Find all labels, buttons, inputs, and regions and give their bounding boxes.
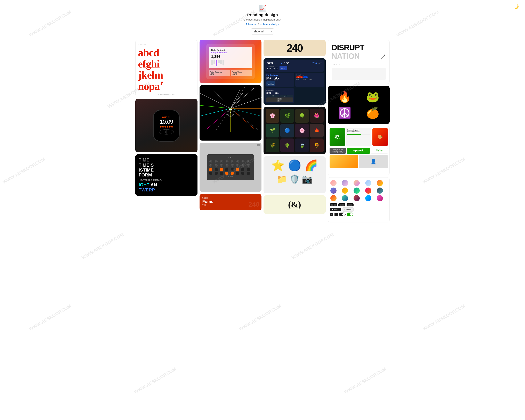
checkbox-checked[interactable]: ✓ xyxy=(330,213,333,216)
upwork-card3-icon: 🎨 xyxy=(377,134,383,140)
toggle-dark3[interactable]: ⬛ ⬛ xyxy=(347,203,354,206)
svg-line-15 xyxy=(199,105,231,108)
filter-dropdown[interactable]: show all ui/ux typography illustration m… xyxy=(251,28,274,34)
wm8: WWW.ABSKOOP.COM xyxy=(422,156,466,185)
app-icons-row: ⭐ 🔵 🌈 xyxy=(266,159,323,172)
header-links: follow us / submit a design xyxy=(0,23,525,26)
flight-temp: 22° 🌤 xyxy=(311,62,317,64)
fw-label2: Gate Open xyxy=(296,74,323,76)
svg-line-7 xyxy=(199,93,231,109)
toggle-dark2[interactable]: ⬛ ⬛ xyxy=(338,203,345,206)
flora-icon-7: 🌸 xyxy=(295,124,309,137)
flight-widget3: Gate Open EXP225 SFO Feb 11 • 8:45 → 8:4… xyxy=(295,73,324,87)
ad-badge: ad xyxy=(257,144,260,146)
card-superfomo: Super Fomo VHS 240 xyxy=(199,194,262,210)
checkbox-dark[interactable] xyxy=(335,213,338,216)
dashboard-title: Data Refined, xyxy=(211,49,250,51)
dashboard-metric: 1,296 xyxy=(211,55,250,59)
card-watch: WED 12 10:09 xyxy=(135,99,197,152)
flora-icon-4: 🌺 xyxy=(310,109,324,123)
synth-body: ● ● ● E-180 xyxy=(207,154,254,180)
wm12: WWW.ABSKOOP.COM xyxy=(238,304,282,332)
app-icons-row2: 📁 🛡️ 📷 xyxy=(266,174,323,184)
button-dark[interactable]: ● Button xyxy=(330,208,341,211)
upwork-card2: Complete yourProject Proposal xyxy=(346,128,372,146)
toggle-switch-off[interactable] xyxy=(339,213,346,216)
card-avatars: ⬛⬛ ⬛ ⬛ ⬛ ⬛ ● Button ● Button ✓ xyxy=(328,177,390,222)
submit-link[interactable]: submit a design xyxy=(260,23,279,26)
fw-route1: DXB → SFO xyxy=(266,76,293,79)
toggle-dark[interactable]: ⬛⬛ xyxy=(330,203,337,206)
filter-wrapper: show all ui/ux typography illustration m… xyxy=(251,28,274,34)
flight-main: DXB SFO 22° 🌤 SFO Tomorrow8:45 – 14:00 E… xyxy=(265,60,324,72)
synth-knobs xyxy=(209,160,252,167)
laser-svg xyxy=(199,85,262,132)
dark-mode-toggle[interactable]: 🌙 xyxy=(514,4,519,9)
upwork-card3: 🎨 xyxy=(372,128,388,146)
toggle-row1: ⬛⬛ ⬛ ⬛ ⬛ ⬛ xyxy=(330,203,388,206)
card-typography-red: 2.23.2036 abcdefghijkelmnopaʼ designsbyd… xyxy=(135,40,197,97)
typo-bw-content: TIME TIMEIS ISTIME FORM LECTURA DEMO IGH… xyxy=(139,158,162,192)
avatar-1 xyxy=(330,180,337,187)
svg-rect-27 xyxy=(280,100,280,101)
synth-pads xyxy=(209,168,252,175)
flight-widget4: Price Alert SFO → DXB 28K 6,144 → xyxy=(265,88,294,103)
flight-origin: DXB xyxy=(267,62,273,65)
flora-icon-8: 🍁 xyxy=(310,124,324,137)
toggle-switch-on[interactable] xyxy=(347,213,353,216)
svg-marker-20 xyxy=(281,63,282,64)
wm9: WWW.ABSKOOP.COM xyxy=(81,232,125,261)
avatar-7 xyxy=(341,187,348,194)
app-icon-fluid: 🔵 xyxy=(288,159,301,172)
fw-flight-num1: Your Flight xyxy=(266,81,275,86)
site-title: trending.design xyxy=(0,12,525,17)
card-upwork: FindWork Complete yourProject Proposal 🎨… xyxy=(328,126,390,175)
card-dashboard: Data Refined, Insight Defined 1,296 Tota… xyxy=(199,40,262,83)
upwork-progress-bg xyxy=(347,134,370,135)
watch-day: WED 12 xyxy=(162,116,171,119)
watch-decoration xyxy=(160,126,173,128)
avatar-15 xyxy=(376,195,383,202)
avatar-13 xyxy=(353,195,360,202)
avatar-4 xyxy=(365,180,372,187)
disrupt-word1: DISRUPT xyxy=(332,44,386,51)
flight-dest2: SFO xyxy=(319,62,322,64)
button-light[interactable]: ● Button xyxy=(342,207,354,211)
card-3d-emoji: 🔥 🐸 ☮️ 🍊 xyxy=(328,86,390,124)
flight-widget2: Fly Business DXB → SFO Tomorrow 12:45 Yo… xyxy=(265,73,294,87)
upwork-logo-dark: Post your JobToday (Friday) xyxy=(329,148,346,154)
fw-qr xyxy=(266,97,293,102)
svg-rect-26 xyxy=(278,100,279,101)
upwork-card2-title: Complete yourProject Proposal xyxy=(347,129,370,133)
card-laser xyxy=(199,85,262,141)
emoji-torch: 🔥 xyxy=(338,91,351,103)
typography-credit: designsbydiscoverer.com xyxy=(138,94,195,95)
dashboard-bars xyxy=(211,60,250,66)
disrupt-word2: NATION xyxy=(332,52,360,60)
superfomo-bg: 240 xyxy=(249,201,259,208)
upwork-illus-left xyxy=(329,155,358,168)
emoji-frog: 🐸 xyxy=(366,91,379,103)
svg-line-9 xyxy=(231,108,258,130)
wm14: WWW.ABSKOOP.COM xyxy=(133,366,177,395)
fw-details: Feb 11 • 8:45 → 8:45 xyxy=(296,79,323,81)
emoji-orange: 🍊 xyxy=(366,107,379,119)
typography-tag: 2.23.2036 xyxy=(138,43,195,46)
app-icon-shield: 🛡️ xyxy=(289,174,300,184)
wm11: WWW.ABSKOOP.COM xyxy=(28,304,72,332)
upwork-logo-green: upwork xyxy=(347,148,370,154)
avatar-10 xyxy=(376,187,383,194)
svg-line-17 xyxy=(231,93,243,109)
upwork-photo-right: 👤 xyxy=(359,155,388,168)
typography-red-text: abcdefghijkelmnopaʼ xyxy=(138,47,195,92)
syg-text: (&) xyxy=(288,200,301,210)
fw-price1: 28K xyxy=(266,95,279,97)
follow-link[interactable]: follow us xyxy=(246,23,257,26)
avatar-12 xyxy=(341,195,348,202)
flight-times: Tomorrow8:45 – 14:00 EK 225 xyxy=(267,66,322,70)
fw-time1: Tomorrow 12:45 xyxy=(266,79,293,81)
avatar-11 xyxy=(330,195,337,202)
fw-label3: Price Alert xyxy=(266,89,293,91)
avatar-3 xyxy=(353,180,360,187)
header-icon: 📈 xyxy=(0,5,525,12)
